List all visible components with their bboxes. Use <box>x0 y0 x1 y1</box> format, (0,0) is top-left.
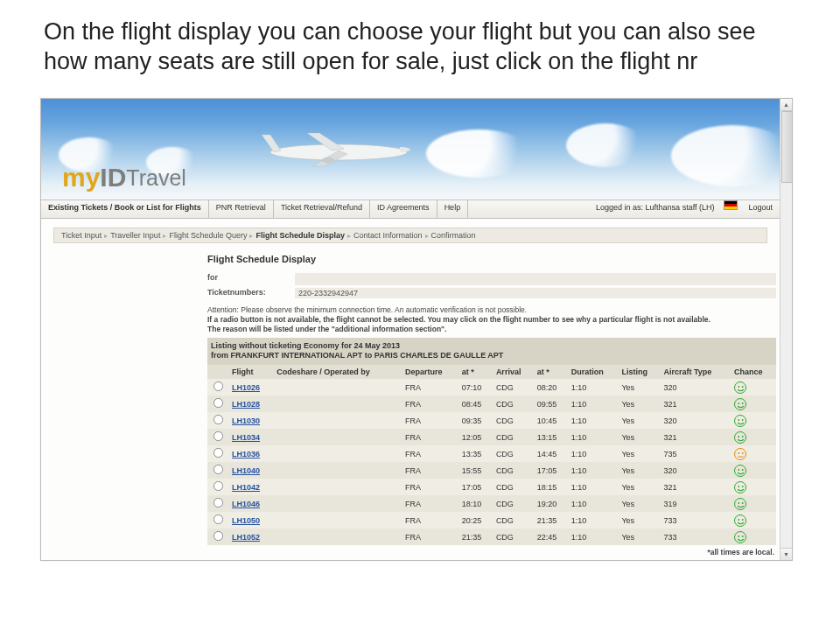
column-header: Aircraft Type <box>660 365 731 379</box>
nav-tab-ticket-retrieval-refund[interactable]: Ticket Retrieval/Refund <box>274 200 370 218</box>
flight-number-link[interactable]: LH1050 <box>232 516 260 525</box>
flight-number-link[interactable]: LH1042 <box>232 483 260 492</box>
flight-number-link[interactable]: LH1030 <box>232 416 260 425</box>
select-flight-radio[interactable] <box>213 415 222 424</box>
dep-time-cell: 08:45 <box>458 396 493 412</box>
logo-id: ID <box>100 163 126 192</box>
column-header: Codeshare / Operated by <box>273 365 402 379</box>
flight-number-link[interactable]: LH1040 <box>232 466 260 475</box>
dep-time-cell: 21:35 <box>458 528 493 545</box>
select-flight-radio[interactable] <box>213 531 222 541</box>
select-flight-radio[interactable] <box>213 498 222 508</box>
column-header: at * <box>534 365 568 379</box>
aircraft-cell: 320 <box>660 412 731 429</box>
select-flight-radio[interactable] <box>213 465 222 474</box>
flag-de-icon[interactable] <box>724 200 738 210</box>
arrival-cell: CDG <box>493 445 534 462</box>
chance-cell <box>731 412 776 429</box>
arrival-cell: CDG <box>493 495 534 512</box>
chance-cell <box>731 396 776 412</box>
dep-time-cell: 20:25 <box>458 512 493 528</box>
nav-tab-help[interactable]: Help <box>438 200 469 218</box>
select-flight-radio[interactable] <box>213 431 222 441</box>
listing-cell: Yes <box>618 412 660 429</box>
table-row: LH1046FRA18:10CDG19:201:10Yes319 <box>207 495 776 512</box>
svg-point-19 <box>742 519 744 521</box>
flight-number-link[interactable]: LH1036 <box>232 450 260 458</box>
ticketnumbers-label: Ticketnumbers: <box>207 288 295 298</box>
listing-cell: Yes <box>618 379 660 396</box>
cloud-decoration <box>671 125 780 186</box>
for-value <box>295 273 776 285</box>
departure-cell: FRA <box>402 528 458 545</box>
table-row: LH1028FRA08:45CDG09:551:10Yes321 <box>207 396 776 412</box>
for-label: for <box>207 273 295 285</box>
column-header: Listing <box>618 365 660 379</box>
logout-link[interactable]: Logout <box>743 200 780 218</box>
nav-tab-existing-tickets[interactable]: Existing Tickets / Book or List for Flig… <box>41 200 209 218</box>
departure-cell: FRA <box>402 495 458 512</box>
breadcrumb-step[interactable]: Contact Information <box>354 231 423 240</box>
breadcrumb-step[interactable]: Confirmation <box>431 231 476 240</box>
scroll-thumb[interactable] <box>781 111 793 183</box>
breadcrumb-separator-icon: ▸ <box>163 232 166 240</box>
arrival-cell: CDG <box>493 512 534 528</box>
table-row: LH1052FRA21:35CDG22:451:10Yes733 <box>207 528 776 545</box>
svg-point-6 <box>738 419 739 421</box>
table-row: LH1036FRA13:35CDG14:451:10Yes735 <box>207 445 776 462</box>
flight-number-link[interactable]: LH1052 <box>232 533 260 542</box>
scroll-up-icon[interactable]: ▲ <box>780 99 792 111</box>
svg-point-8 <box>738 436 739 438</box>
select-flight-cell <box>207 429 228 445</box>
svg-point-1 <box>322 157 334 163</box>
app-header: myIDTravel <box>41 99 780 200</box>
svg-point-7 <box>742 419 744 421</box>
select-flight-cell <box>207 512 228 528</box>
breadcrumb-step[interactable]: Flight Schedule Query <box>169 231 247 240</box>
flight-number-link[interactable]: LH1028 <box>232 400 260 409</box>
arrival-cell: CDG <box>493 429 534 445</box>
breadcrumb-separator-icon: ▸ <box>347 232 351 240</box>
nav-tab-id-agreements[interactable]: ID Agreements <box>370 200 438 218</box>
select-flight-cell <box>207 396 228 412</box>
breadcrumb-step[interactable]: Traveller Input <box>110 231 160 240</box>
flight-number-link[interactable]: LH1034 <box>232 433 260 442</box>
aircraft-cell: 321 <box>660 396 731 412</box>
select-flight-radio[interactable] <box>213 481 222 491</box>
flight-number-link[interactable]: LH1046 <box>232 500 260 508</box>
chance-cell <box>731 445 776 462</box>
smiley-good-icon <box>734 431 746 444</box>
svg-point-12 <box>738 469 739 471</box>
arrival-cell: CDG <box>493 412 534 429</box>
column-header: Flight <box>228 365 273 379</box>
duration-cell: 1:10 <box>568 379 619 396</box>
select-flight-radio[interactable] <box>213 514 222 524</box>
select-flight-radio[interactable] <box>213 382 222 391</box>
arr-time-cell: 09:55 <box>534 396 568 412</box>
select-flight-radio[interactable] <box>213 448 222 458</box>
attention-line2: If a radio button is not available, the … <box>207 315 776 325</box>
aircraft-cell: 321 <box>660 479 731 495</box>
flight-number-link[interactable]: LH1026 <box>232 383 260 392</box>
arr-time-cell: 14:45 <box>534 445 568 462</box>
scrollbar-vertical[interactable]: ▲ ▼ <box>780 99 792 561</box>
select-flight-radio[interactable] <box>213 398 222 408</box>
scroll-down-icon[interactable]: ▼ <box>780 548 792 560</box>
listing-header-from-label: from <box>211 351 231 360</box>
listing-cell: Yes <box>618 396 660 412</box>
select-flight-cell <box>207 379 228 396</box>
duration-cell: 1:10 <box>568 479 619 495</box>
codeshare-cell <box>273 445 402 462</box>
listing-header-to-label: to <box>362 351 374 360</box>
aircraft-cell: 320 <box>660 462 731 479</box>
table-row: LH1040FRA15:55CDG17:051:10Yes320 <box>207 462 776 479</box>
listing-header-date: 24 May 2013 <box>354 341 401 350</box>
table-row: LH1030FRA09:35CDG10:451:10Yes320 <box>207 412 776 429</box>
svg-point-20 <box>738 536 739 537</box>
chance-cell <box>731 462 776 479</box>
svg-point-5 <box>742 402 744 404</box>
nav-tab-pnr-retrieval[interactable]: PNR Retrieval <box>209 200 274 218</box>
listing-cell: Yes <box>618 445 660 462</box>
breadcrumb-step[interactable]: Ticket Input <box>61 231 102 240</box>
dep-time-cell: 12:05 <box>458 429 493 445</box>
